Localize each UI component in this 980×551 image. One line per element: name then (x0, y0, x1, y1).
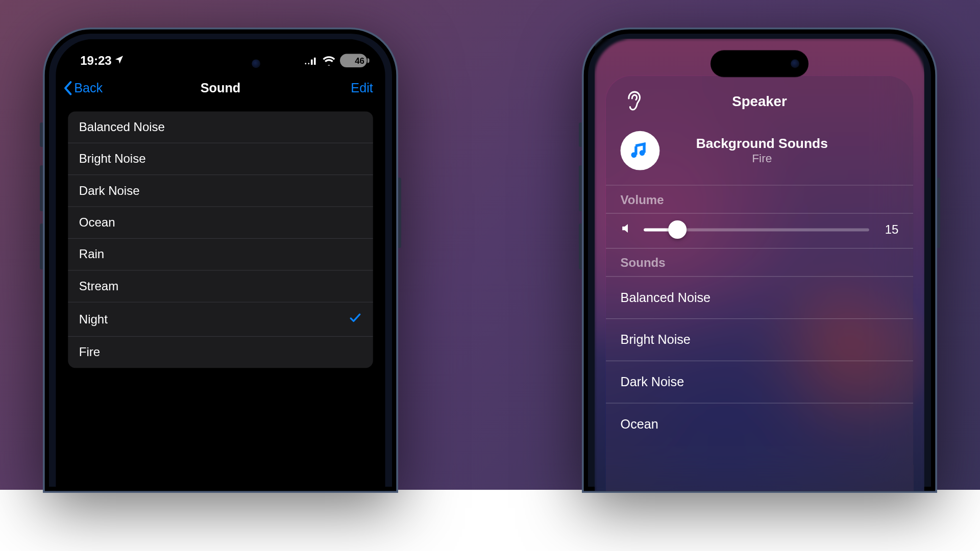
now-playing[interactable]: Background Sounds Fire (606, 126, 913, 182)
back-button[interactable]: Back (63, 81, 103, 95)
sound-option[interactable]: Night (68, 303, 373, 337)
checkmark-icon (349, 311, 362, 328)
sound-option-label: Ocean (621, 417, 658, 431)
left-phone-mockup: 19:23 (43, 28, 398, 493)
svg-point-1 (308, 63, 309, 64)
page-title: Sound (201, 81, 240, 95)
sound-option-label: Fire (79, 345, 100, 360)
sound-option[interactable]: Ocean (68, 207, 373, 239)
svg-point-0 (305, 63, 306, 64)
speaker-icon (621, 222, 633, 237)
sound-option[interactable]: Bright Noise (68, 143, 373, 175)
cellular-signal-icon (304, 56, 317, 65)
sound-option-label: Night (79, 312, 108, 327)
nav-bar: Back Sound Edit (56, 76, 385, 107)
location-icon (114, 54, 124, 68)
now-playing-title: Background Sounds (625, 136, 898, 152)
sound-option[interactable]: Balanced Noise (606, 276, 913, 318)
battery-percent: 46 (355, 56, 364, 65)
sound-option-label: Ocean (79, 215, 115, 230)
sound-option[interactable]: Bright Noise (606, 318, 913, 361)
sound-option[interactable]: Ocean (606, 403, 913, 445)
sound-option-label: Stream (79, 279, 118, 293)
svg-rect-3 (314, 58, 316, 65)
slider-thumb[interactable] (668, 220, 687, 239)
sound-option-label: Rain (79, 247, 104, 262)
sound-option-label: Bright Noise (621, 333, 691, 347)
volume-value: 15 (880, 222, 898, 237)
sound-option[interactable]: Stream (68, 270, 373, 302)
now-playing-subtitle: Fire (625, 152, 898, 165)
wifi-icon (322, 56, 335, 65)
panel-title: Speaker (732, 93, 787, 109)
volume-section-label: Volume (606, 185, 913, 213)
sound-option[interactable]: Dark Noise (68, 175, 373, 207)
back-label: Back (74, 81, 103, 95)
sounds-section-label: Sounds (606, 248, 913, 276)
right-phone-mockup: Speaker (582, 28, 937, 493)
sound-option[interactable]: Fire (68, 337, 373, 368)
status-time: 19:23 (80, 54, 111, 68)
sound-option-label: Dark Noise (621, 374, 684, 389)
volume-slider[interactable] (644, 228, 869, 231)
battery-indicator: 46 (340, 54, 367, 67)
front-camera-icon (791, 59, 799, 68)
svg-rect-2 (311, 59, 313, 65)
dynamic-island (710, 50, 808, 77)
edit-button[interactable]: Edit (351, 81, 373, 95)
sound-option-label: Balanced Noise (79, 120, 165, 134)
sound-list: Balanced NoiseBright NoiseDark NoiseOcea… (68, 111, 373, 368)
sound-option[interactable]: Dark Noise (606, 361, 913, 403)
dynamic-island (172, 50, 270, 77)
front-camera-icon (252, 59, 260, 68)
sound-option-label: Bright Noise (79, 152, 146, 166)
ear-icon (623, 91, 644, 112)
sound-option[interactable]: Balanced Noise (68, 111, 373, 143)
volume-control: 15 (606, 213, 913, 248)
sound-option-label: Balanced Noise (621, 290, 711, 305)
sound-option[interactable]: Rain (68, 239, 373, 270)
hearing-control-panel: Speaker (606, 76, 913, 491)
sound-option-label: Dark Noise (79, 184, 140, 198)
